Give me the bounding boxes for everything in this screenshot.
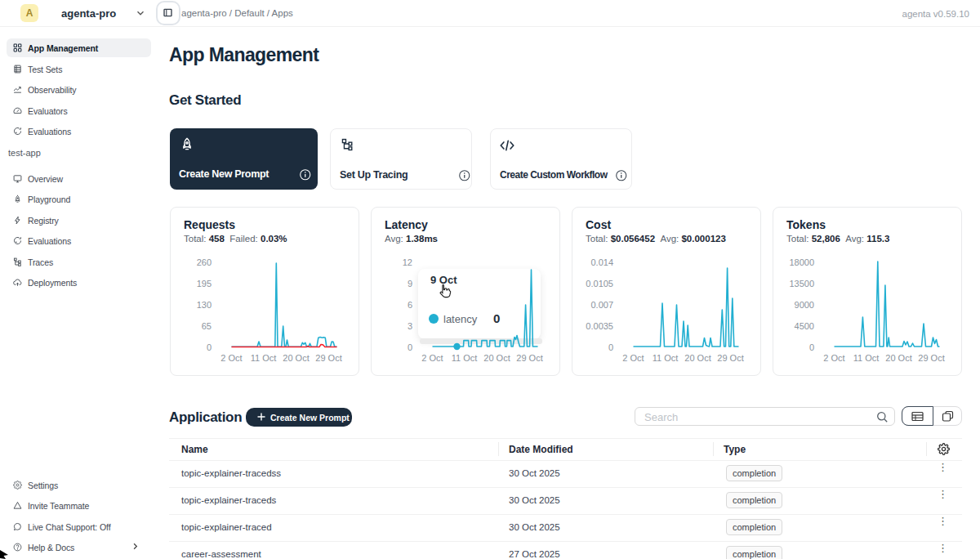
svg-text:29 Oct: 29 Oct <box>516 353 542 363</box>
svg-text:9: 9 <box>408 279 412 288</box>
svg-text:0.007: 0.007 <box>590 300 613 310</box>
svg-text:29 Oct: 29 Oct <box>315 353 341 363</box>
svg-text:11 Oct: 11 Oct <box>853 353 880 363</box>
svg-text:2 Oct: 2 Oct <box>421 353 443 363</box>
svg-text:12: 12 <box>403 257 412 267</box>
svg-text:20 Oct: 20 Oct <box>885 353 911 363</box>
svg-text:2 Oct: 2 Oct <box>622 353 644 363</box>
svg-text:0: 0 <box>207 342 212 352</box>
svg-text:6: 6 <box>408 300 412 310</box>
svg-text:0.0105: 0.0105 <box>586 279 613 288</box>
svg-text:20 Oct: 20 Oct <box>483 353 510 363</box>
svg-text:130: 130 <box>197 300 212 310</box>
svg-text:260: 260 <box>197 257 212 267</box>
svg-text:9000: 9000 <box>795 300 814 310</box>
svg-text:3: 3 <box>408 321 412 331</box>
svg-text:18000: 18000 <box>789 257 814 267</box>
svg-text:65: 65 <box>202 321 212 331</box>
svg-text:20 Oct: 20 Oct <box>684 353 710 363</box>
svg-text:195: 195 <box>197 279 212 288</box>
svg-text:13500: 13500 <box>789 279 814 288</box>
svg-text:0.014: 0.014 <box>590 257 613 267</box>
svg-text:0: 0 <box>608 342 613 352</box>
svg-text:2 Oct: 2 Oct <box>220 353 242 363</box>
svg-text:29 Oct: 29 Oct <box>918 353 944 363</box>
svg-text:29 Oct: 29 Oct <box>717 353 743 363</box>
svg-text:2 Oct: 2 Oct <box>823 353 844 363</box>
svg-text:0.0035: 0.0035 <box>586 321 613 331</box>
svg-text:11 Oct: 11 Oct <box>653 353 679 363</box>
svg-text:11 Oct: 11 Oct <box>251 353 277 363</box>
svg-text:0: 0 <box>809 342 814 352</box>
svg-text:20 Oct: 20 Oct <box>283 353 309 363</box>
svg-text:4500: 4500 <box>795 321 814 331</box>
svg-text:0: 0 <box>408 342 412 352</box>
svg-text:11 Oct: 11 Oct <box>452 353 478 363</box>
